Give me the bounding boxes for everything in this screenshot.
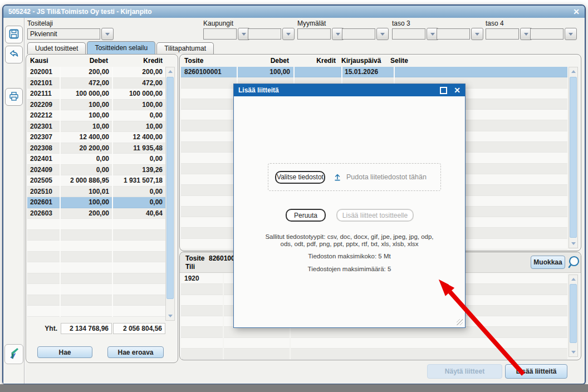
scroll-down-icon[interactable] [569,239,577,248]
maximize-icon[interactable] [440,87,447,94]
taso4-combo-1[interactable] [486,28,532,40]
taso4-dropdown-2[interactable] [565,28,577,40]
taso3-dropdown-2[interactable] [471,28,483,40]
table-row[interactable]: 20230712 400,0012 400,00 [27,132,165,143]
myymalat-value-2[interactable] [342,28,375,40]
tositelaji-dropdown-button[interactable] [101,28,114,40]
taso4-combo-2[interactable] [530,28,577,40]
scroll-down-icon[interactable] [166,312,174,320]
tab-uudet-tositteet[interactable]: Uudet tositteet [27,42,86,54]
taso3-combo-1[interactable] [392,28,439,40]
table-row[interactable] [27,273,165,285]
table-row[interactable]: 202209100,00100,00 [27,100,165,111]
table-cell [27,230,60,241]
table-row[interactable]: 202212100,000,00 [27,110,165,121]
kaupungit-value-2[interactable] [248,28,281,40]
valitse-tiedostot-button[interactable]: Valitse tiedostot [275,171,325,184]
table-row[interactable] [27,284,165,295]
table-row[interactable]: 202111100 000,00100 000,00 [27,89,165,100]
file-dropzone[interactable]: Valitse tiedostot Pudota liitetiedostot … [268,163,441,191]
myymalat-dropdown-2[interactable] [376,28,389,40]
scrollbar-thumb[interactable] [570,77,577,238]
taso3-value-1[interactable] [392,28,425,40]
table-row[interactable] [181,327,567,337]
table-cell [181,316,223,327]
column-header-debet[interactable]: Debet [237,57,292,65]
lisaa-liitteet-tositteelle-button[interactable]: Lisää liitteet tositteelle [336,209,414,222]
undo-button[interactable] [5,46,23,63]
muokkaa-button[interactable]: Muokkaa [531,256,565,269]
table-row[interactable]: 202101472,00472,00 [27,78,165,89]
lisaa-liitteita-button[interactable]: Lisää liitteitä [505,364,567,379]
kaupungit-combo-2[interactable] [248,28,295,40]
scroll-up-icon[interactable] [569,67,577,76]
table-row[interactable] [27,241,165,252]
table-cell: 1 931 507,18 [113,175,165,187]
app-logo-button[interactable] [4,344,23,364]
table-row[interactable]: 20230110,0010,00 [27,121,165,133]
myymalat-combo-2[interactable] [342,28,389,40]
table-row[interactable]: 8260100001100,0015.01.2026 [181,67,567,77]
column-header-kausi[interactable]: Kausi [27,57,60,65]
dialog-close-icon[interactable]: ✕ [454,86,460,94]
magnifier-icon[interactable] [566,254,582,272]
kaupungit-dropdown-2[interactable] [282,28,295,40]
window-close-icon[interactable]: ✕ [573,8,580,16]
taso4-value-1[interactable] [486,28,519,40]
nayta-liitteet-button[interactable]: Näytä liitteet [427,364,502,379]
table-row[interactable] [27,219,165,230]
tositelaji-combo[interactable]: Pkviennit [27,28,114,40]
kaupungit-value-1[interactable] [203,28,237,40]
resize-grip[interactable] [457,319,463,325]
taso3-value-2[interactable] [437,28,470,40]
scroll-down-icon[interactable] [569,348,577,356]
column-header-tosite[interactable]: Tosite [181,57,237,65]
table-row[interactable] [181,338,567,349]
tab-tilitapahtumat[interactable]: Tilitapahtumat [156,42,214,54]
tositelaji-value[interactable]: Pkviennit [27,28,100,40]
kaupungit-combo-1[interactable] [203,28,250,40]
hae-eroava-button[interactable]: Hae eroava [107,346,164,358]
table-row[interactable]: 2024010,000,00 [27,154,165,165]
column-header-kirjauspaiva[interactable]: Kirjauspäivä [339,57,390,65]
dialog-titlebar[interactable]: Lisää liitteitä ✕ [234,84,465,96]
scroll-up-icon[interactable] [166,67,174,76]
table-row[interactable] [27,262,165,273]
table-row[interactable]: 2025052 000 886,951 931 507,18 [27,175,165,187]
scrollbar-thumb[interactable] [166,77,174,299]
scrollbar-thumb[interactable] [570,284,577,343]
kausi-scrollbar[interactable] [165,67,175,321]
table-row[interactable] [27,295,165,306]
table-row[interactable]: 2024090,00139,26 [27,165,165,176]
column-header-kredit[interactable]: Kredit [292,57,339,65]
table-row[interactable] [27,252,165,263]
column-header-kredit[interactable]: Kredit [111,57,165,65]
scroll-up-icon[interactable] [569,275,577,283]
table-row[interactable]: 202510100,010,00 [27,187,165,198]
table-cell [27,241,60,252]
table-row[interactable]: 202001200,00200,00 [27,67,165,78]
print-button[interactable] [5,88,23,106]
table-cell [181,228,237,238]
table-row[interactable] [27,306,165,317]
myymalat-combo-1[interactable] [297,28,344,40]
tab-tositteiden-selailu[interactable]: Tositteiden selailu [87,41,155,54]
window-titlebar[interactable]: 505242 - JS Tili&Toimisto Oy testi - Kir… [3,6,585,18]
save-button[interactable] [5,26,23,43]
table-row[interactable]: 202601100,000,00 [27,197,165,208]
table-row[interactable]: 202603200,0040,64 [27,208,165,219]
hae-button[interactable]: Hae [37,346,92,358]
table-row[interactable] [27,230,165,241]
myymalat-value-1[interactable] [297,28,331,40]
table-row[interactable]: 20230820 200,0011 935,48 [27,143,165,154]
taso3-combo-2[interactable] [437,28,483,40]
column-header-selite[interactable]: Selite [390,57,567,65]
kausi-table-header: Kausi Debet Kredit [27,57,165,65]
taso4-value-2[interactable] [530,28,564,40]
table-cell: 15.01.2026 [342,67,394,77]
tosite-scrollbar[interactable] [569,67,578,248]
detail-scrollbar[interactable] [569,275,578,357]
table-row[interactable] [181,349,567,359]
peruuta-button[interactable]: Peruuta [286,209,326,222]
column-header-debet[interactable]: Debet [60,57,111,65]
